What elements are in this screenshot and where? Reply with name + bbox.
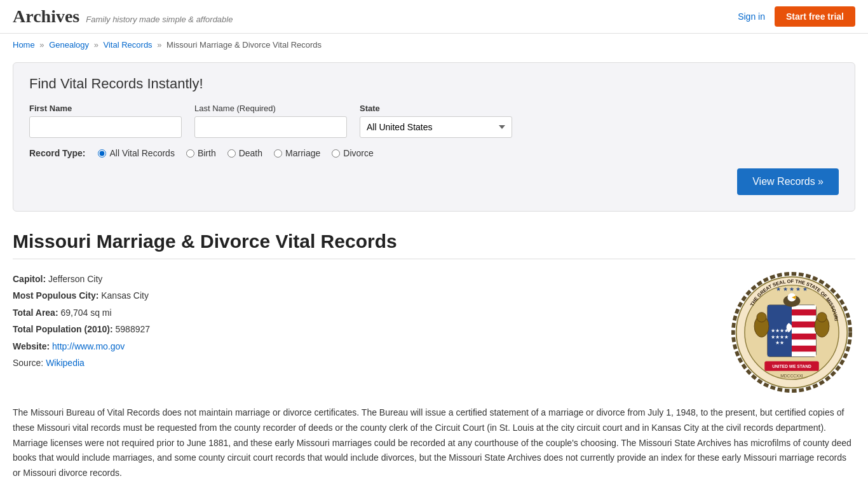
- sign-in-link[interactable]: Sign in: [738, 11, 765, 22]
- radio-death[interactable]: Death: [227, 148, 262, 158]
- first-name-label: First Name: [29, 104, 182, 113]
- svg-rect-11: [792, 334, 816, 340]
- radio-all-input[interactable]: [98, 149, 106, 158]
- info-section: Capitol: Jefferson City Most Populous Ci…: [13, 272, 855, 393]
- populous-value: Kansas City: [101, 290, 149, 301]
- view-records-button[interactable]: View Records »: [737, 168, 839, 195]
- radio-options: All Vital Records Birth Death Marriage D…: [98, 148, 373, 158]
- breadcrumb-sep-2: »: [94, 40, 98, 50]
- population-fact: Total Population (2010): 5988927: [13, 322, 709, 336]
- breadcrumb-home[interactable]: Home: [13, 40, 35, 50]
- capitol-value: Jefferson City: [48, 274, 102, 284]
- website-link[interactable]: http://www.mo.gov: [52, 341, 125, 351]
- svg-point-14: [757, 313, 766, 322]
- source-label: Source:: [13, 358, 46, 368]
- state-group: State All United States Alabama Alaska A…: [360, 104, 512, 138]
- start-trial-button[interactable]: Start free trial: [775, 6, 855, 27]
- radio-marriage-input[interactable]: [274, 149, 282, 158]
- capitol-label: Capitol:: [13, 274, 46, 284]
- site-header: Archives Family history made simple & af…: [0, 0, 868, 34]
- first-name-input[interactable]: [29, 116, 182, 138]
- last-name-input[interactable]: [194, 116, 347, 138]
- population-label: Total Population (2010):: [13, 324, 113, 334]
- main-content: Missouri Marriage & Divorce Vital Record…: [0, 224, 868, 488]
- radio-divorce-input[interactable]: [332, 149, 340, 158]
- radio-death-label: Death: [239, 148, 262, 158]
- first-name-group: First Name: [29, 104, 182, 138]
- svg-text:★★★★: ★★★★: [771, 334, 789, 340]
- search-fields: First Name Last Name (Required) State Al…: [29, 104, 839, 138]
- svg-text:UNITED WE STAND: UNITED WE STAND: [772, 364, 811, 369]
- search-title: Find Vital Records Instantly!: [29, 76, 839, 92]
- site-logo: Archives: [13, 6, 79, 27]
- radio-divorce[interactable]: Divorce: [332, 148, 373, 158]
- svg-rect-12: [792, 346, 816, 352]
- state-select[interactable]: All United States Alabama Alaska Arizona…: [360, 116, 512, 138]
- header-actions: Sign in Start free trial: [738, 6, 855, 27]
- area-fact: Total Area: 69,704 sq mi: [13, 306, 709, 320]
- state-label: State: [360, 104, 512, 113]
- area-label: Total Area:: [13, 308, 58, 318]
- breadcrumb-current: Missouri Marriage & Divorce Vital Record…: [166, 40, 322, 50]
- population-value: 5988927: [116, 324, 151, 334]
- radio-birth[interactable]: Birth: [186, 148, 216, 158]
- breadcrumb-vital-records[interactable]: Vital Records: [104, 40, 153, 50]
- breadcrumb-sep-3: »: [157, 40, 161, 50]
- svg-rect-9: [792, 309, 816, 316]
- source-fact: Source: Wikipedia: [13, 356, 709, 370]
- description-text: The Missouri Bureau of Vital Records doe…: [13, 405, 855, 481]
- radio-all-vital[interactable]: All Vital Records: [98, 148, 174, 158]
- facts-text: Capitol: Jefferson City Most Populous Ci…: [13, 272, 709, 393]
- svg-rect-10: [792, 322, 816, 328]
- search-container: Find Vital Records Instantly! First Name…: [13, 62, 855, 212]
- svg-text:★★★★: ★★★★: [771, 328, 789, 334]
- breadcrumb-genealogy[interactable]: Genealogy: [49, 40, 89, 50]
- source-link[interactable]: Wikipedia: [46, 358, 85, 368]
- header-logo-area: Archives Family history made simple & af…: [13, 6, 233, 27]
- radio-divorce-label: Divorce: [343, 148, 373, 158]
- area-value: 69,704 sq mi: [60, 308, 111, 318]
- record-type-row: Record Type: All Vital Records Birth Dea…: [29, 148, 839, 158]
- page-title: Missouri Marriage & Divorce Vital Record…: [13, 231, 855, 259]
- populous-fact: Most Populous City: Kansas City: [13, 288, 709, 302]
- radio-birth-label: Birth: [198, 148, 216, 158]
- svg-text:MDCCCXXI: MDCCCXXI: [780, 374, 803, 378]
- website-fact: Website: http://www.mo.gov: [13, 339, 709, 353]
- svg-text:★★: ★★: [775, 340, 784, 346]
- state-seal-image: ★★★★ ★★★★ ★★ ★: [731, 272, 852, 393]
- radio-birth-input[interactable]: [186, 149, 194, 158]
- record-type-label: Record Type:: [29, 148, 85, 158]
- svg-point-16: [817, 313, 827, 322]
- website-label: Website:: [13, 341, 50, 351]
- site-tagline: Family history made simple & affordable: [86, 15, 233, 24]
- svg-text:★ ★ ★ ★ ★: ★ ★ ★ ★ ★: [776, 286, 808, 292]
- populous-label: Most Populous City:: [13, 290, 98, 301]
- radio-all-label: All Vital Records: [109, 148, 174, 158]
- radio-death-input[interactable]: [227, 149, 236, 158]
- state-seal-container: ★★★★ ★★★★ ★★ ★: [728, 272, 855, 393]
- capitol-fact: Capitol: Jefferson City: [13, 272, 709, 286]
- breadcrumb: Home » Genealogy » Vital Records » Misso…: [0, 34, 868, 56]
- last-name-label: Last Name (Required): [194, 104, 347, 113]
- radio-marriage-label: Marriage: [285, 148, 320, 158]
- radio-marriage[interactable]: Marriage: [274, 148, 320, 158]
- last-name-group: Last Name (Required): [194, 104, 347, 138]
- breadcrumb-sep-1: »: [39, 40, 44, 50]
